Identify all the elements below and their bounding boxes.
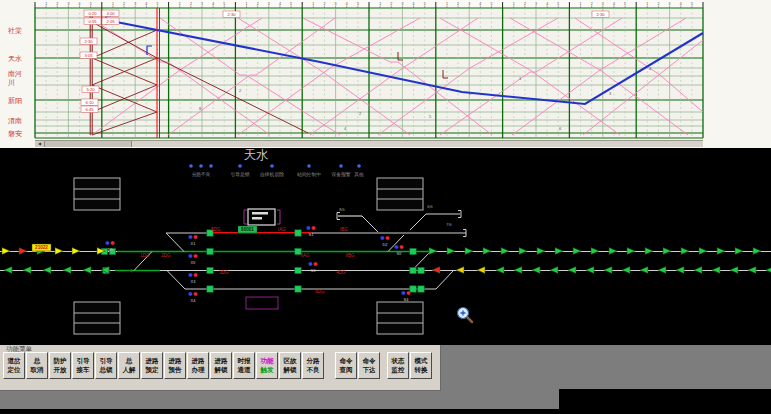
toolbar-button-12[interactable]: 功能触发 [256, 352, 278, 379]
toolbar-button-14[interactable]: 分路不良 [302, 352, 324, 379]
button-label-line2: 预定 [142, 366, 162, 375]
toolbar-button-11[interactable]: 时报通道 [233, 352, 255, 379]
button-label-line1: 状态 [388, 357, 408, 366]
station-name-column: 社棠天水南河川新阳渭南磐安 [8, 27, 22, 138]
legend-dot-icon [357, 164, 361, 168]
info-table [377, 302, 423, 334]
toolbar-button-4[interactable]: 引导接车 [72, 352, 94, 379]
svg-text:3: 3 [401, 2, 403, 6]
legend-dot-icon [238, 164, 242, 168]
shunting-area-box [246, 297, 278, 309]
button-label-line1: 引导 [73, 357, 93, 366]
train-number-window[interactable]: 80001 [238, 226, 257, 233]
zoom-magnifier-icon[interactable] [458, 308, 473, 323]
svg-text:1DG: 1DG [140, 253, 150, 258]
legend-dot-icon [209, 164, 213, 168]
svg-text:5: 5 [424, 2, 426, 6]
svg-text:2: 2 [190, 2, 192, 6]
button-label-line1: 进路 [211, 357, 231, 366]
svg-text:2: 2 [524, 2, 526, 6]
svg-text:X1: X1 [191, 241, 197, 246]
signal-red-lamp-icon [111, 241, 115, 245]
svg-text:1: 1 [312, 2, 314, 6]
svg-text:5: 5 [691, 2, 693, 6]
svg-text:XII: XII [191, 260, 196, 265]
station-track-canvas: 天水分路不良引导总锁自律机切除站间控制中设备报警其他1GX1XIIX3X4S1S… [0, 148, 771, 345]
svg-text:2: 2 [591, 2, 593, 6]
svg-text:5DG: 5DG [211, 227, 221, 232]
button-label-line1: 进路 [188, 357, 208, 366]
button-label-line2: 定位 [4, 366, 24, 375]
toolbar-button-6[interactable]: 总人解 [118, 352, 140, 379]
svg-text:1: 1 [446, 2, 448, 6]
toolbar-button-13[interactable]: 区故解锁 [279, 352, 301, 379]
svg-text:4DG: 4DG [336, 270, 346, 275]
svg-text:5:20: 5:20 [86, 87, 95, 92]
svg-text:分路不良: 分路不良 [191, 171, 210, 178]
signal-red-lamp-icon [400, 245, 404, 249]
toolbar-button-7[interactable]: 进路预定 [141, 352, 163, 379]
svg-text:3: 3 [201, 2, 203, 6]
screen-background [0, 409, 771, 414]
svg-text:4: 4 [613, 2, 615, 6]
svg-text:80001: 80001 [241, 227, 254, 232]
toolbar-button-17[interactable]: 状态监控 [387, 352, 409, 379]
svg-text:4: 4 [479, 2, 481, 6]
toolbar-button-9[interactable]: 进路办理 [187, 352, 209, 379]
svg-text:21022: 21022 [35, 245, 48, 250]
info-table [377, 178, 423, 210]
toolbar-button-2[interactable]: 总取消 [26, 352, 48, 379]
svg-text:1: 1 [580, 2, 582, 6]
button-label-line2: 通道 [234, 366, 254, 375]
scrollbar-thumb[interactable] [45, 141, 132, 147]
signal-blue-lamp-icon [394, 245, 398, 249]
signal-red-lamp-icon [194, 254, 198, 258]
svg-text:4: 4 [145, 2, 147, 6]
toolbar-button-1[interactable]: 道岔定位 [3, 352, 25, 379]
svg-text:4:00: 4:00 [106, 11, 115, 16]
button-label-line2: 解锁 [280, 366, 300, 375]
train-diagram-canvas: 1234512345123451234512345123451234512345… [0, 0, 771, 148]
button-label-line1: 防护 [50, 357, 70, 366]
svg-text:IIBG: IIBG [345, 253, 355, 258]
svg-text:6DG: 6DG [315, 289, 325, 294]
svg-text:2:30: 2:30 [227, 12, 236, 17]
toolbar-button-3[interactable]: 防护开放 [49, 352, 71, 379]
svg-text:渭南: 渭南 [8, 117, 22, 125]
svg-text:X3: X3 [191, 279, 197, 284]
svg-text:3: 3 [535, 2, 537, 6]
svg-text:设备报警: 设备报警 [330, 171, 350, 178]
svg-text:1: 1 [246, 2, 248, 6]
toolbar-button-15[interactable]: 命令查阅 [335, 352, 357, 379]
svg-text:S4: S4 [404, 297, 410, 302]
signal-red-lamp-icon [386, 236, 390, 240]
station-title: 天水 [244, 148, 270, 162]
toolbar-button-10[interactable]: 进路解锁 [210, 352, 232, 379]
svg-text:4: 4 [546, 2, 548, 6]
button-label-line1: 模式 [411, 357, 431, 366]
svg-text:1: 1 [379, 2, 381, 6]
train-diagram-panel: 1234512345123451234512345123451234512345… [0, 0, 771, 148]
toolbar-button-18[interactable]: 模式转换 [410, 352, 432, 379]
button-label-line1: 分路 [303, 357, 323, 366]
svg-text:2:05: 2:05 [106, 19, 115, 24]
station-track-view: 天水分路不良引导总锁自律机切除站间控制中设备报警其他1GX1XIIX3X4S1S… [0, 148, 771, 345]
svg-text:自律机切除: 自律机切除 [260, 171, 284, 178]
scroll-left-arrow-icon[interactable]: ◀ [35, 141, 45, 147]
svg-text:4: 4 [79, 2, 81, 6]
svg-text:天水: 天水 [8, 55, 22, 62]
svg-text:7G: 7G [446, 222, 451, 227]
svg-text:5: 5 [90, 2, 92, 6]
toolbar-button-16[interactable]: 命令下达 [358, 352, 380, 379]
toolbar-button-8[interactable]: 进路预告 [164, 352, 186, 379]
svg-text:D2: D2 [382, 242, 388, 247]
svg-text:8G: 8G [339, 207, 344, 212]
train-number-window[interactable]: 21022 [32, 244, 51, 251]
svg-text:3: 3 [602, 2, 604, 6]
toolbar-button-5[interactable]: 引导总锁 [95, 352, 117, 379]
button-label-line1: 进路 [142, 357, 162, 366]
button-label-line2: 人解 [119, 366, 139, 375]
graph-horizontal-scrollbar[interactable]: ◀ [35, 140, 703, 147]
svg-text:1: 1 [112, 2, 114, 6]
button-label-line1: 功能 [257, 357, 277, 366]
